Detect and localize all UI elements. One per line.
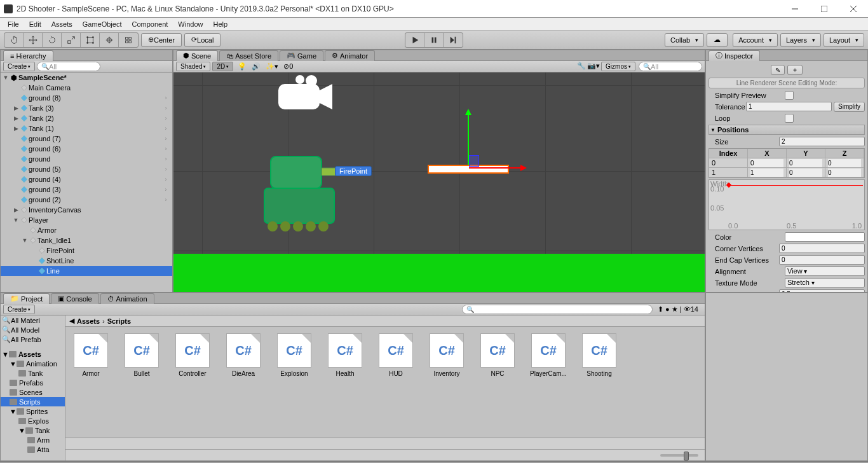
project-item[interactable]: C#HUD bbox=[377, 333, 415, 431]
menu-file[interactable]: File bbox=[8, 20, 19, 28]
endcap-vertices-input[interactable] bbox=[779, 255, 865, 265]
pos1-x[interactable] bbox=[750, 169, 783, 177]
assetstore-tab[interactable]: 🛍 Asset Store bbox=[219, 50, 278, 61]
hierarchy-item[interactable]: ShotLine bbox=[1, 256, 172, 266]
inspector-tab[interactable]: ⓘ Inspector bbox=[709, 50, 760, 61]
tool-icon[interactable]: 🔧 bbox=[577, 62, 586, 71]
menu-gameobject[interactable]: GameObject bbox=[83, 20, 122, 28]
hierarchy-item[interactable]: ground (5)› bbox=[1, 164, 172, 174]
layout-dropdown[interactable]: Layout bbox=[824, 33, 864, 47]
rotate-tool[interactable] bbox=[43, 33, 62, 47]
pos1-z[interactable] bbox=[828, 169, 861, 177]
pos0-z[interactable] bbox=[828, 159, 861, 167]
hierarchy-list[interactable]: ▼⬢SampleScene*Main Cameraground (8)›▶Tan… bbox=[1, 73, 172, 292]
project-item[interactable]: C#Controller bbox=[173, 333, 212, 431]
play-button[interactable] bbox=[405, 33, 424, 47]
project-item[interactable]: C#DieArea bbox=[224, 333, 262, 431]
selected-line-object[interactable] bbox=[428, 165, 509, 174]
tolerance-input[interactable] bbox=[746, 102, 832, 111]
cloud-button[interactable]: ☁ bbox=[707, 33, 728, 47]
project-search[interactable]: 🔍 bbox=[462, 305, 653, 314]
texture-mode-dropdown[interactable]: Stretch ▾ bbox=[785, 278, 865, 287]
hierarchy-item[interactable]: ▼Tank_Idle1 bbox=[1, 235, 172, 245]
hierarchy-item[interactable]: ground (8)› bbox=[1, 93, 172, 103]
scene-view[interactable]: FirePoint bbox=[173, 73, 705, 292]
gizmo-xy-plane[interactable] bbox=[469, 155, 479, 167]
hierarchy-item[interactable]: ▶InventoryCanvas bbox=[1, 205, 172, 215]
hierarchy-item[interactable]: Line bbox=[1, 266, 172, 276]
local-global-toggle[interactable]: ⟳ Local bbox=[184, 33, 220, 47]
hierarchy-item[interactable]: ground (3)› bbox=[1, 184, 172, 195]
hierarchy-item[interactable]: ▼Player bbox=[1, 215, 172, 225]
step-button[interactable] bbox=[444, 33, 463, 47]
simplify-preview-checkbox[interactable] bbox=[785, 91, 794, 100]
audio-icon[interactable]: 🔊 bbox=[252, 62, 261, 71]
menu-window[interactable]: Window bbox=[178, 20, 203, 28]
project-tree[interactable]: 🔍All Materi 🔍All Model 🔍All Prefab ▼Asse… bbox=[1, 315, 65, 460]
project-grid[interactable]: C#ArmorC#BulletC#ControllerC#DieAreaC#Ex… bbox=[65, 327, 705, 438]
rect-tool[interactable] bbox=[81, 33, 100, 47]
gizmo-x-axis[interactable] bbox=[469, 167, 525, 169]
project-item[interactable]: C#Health bbox=[326, 333, 364, 431]
menu-help[interactable]: Help bbox=[213, 20, 227, 28]
menu-edit[interactable]: Edit bbox=[29, 20, 41, 28]
positions-section[interactable]: Positions bbox=[709, 125, 865, 135]
hierarchy-item[interactable]: ▶Tank (2)› bbox=[1, 113, 172, 123]
project-item[interactable]: C#PlayerCam... bbox=[529, 333, 567, 431]
move-tool[interactable] bbox=[24, 33, 43, 47]
collab-dropdown[interactable]: Collab bbox=[665, 33, 704, 47]
hierarchy-item[interactable]: Main Camera bbox=[1, 83, 172, 93]
project-create-button[interactable]: Create bbox=[3, 305, 35, 314]
project-item[interactable]: C#Bullet bbox=[123, 333, 161, 431]
pos0-y[interactable] bbox=[789, 159, 822, 167]
positions-size-input[interactable] bbox=[779, 137, 865, 146]
minimize-button[interactable] bbox=[780, 0, 810, 18]
hierarchy-item[interactable]: FirePoint bbox=[1, 245, 172, 256]
shaded-dropdown[interactable]: Shaded bbox=[176, 62, 210, 71]
maximize-button[interactable] bbox=[810, 0, 839, 18]
hierarchy-item[interactable]: ▶Tank (1)› bbox=[1, 123, 172, 134]
scene-tab[interactable]: ⬢ Scene bbox=[176, 50, 218, 61]
hierarchy-item[interactable]: ground (4)› bbox=[1, 174, 172, 184]
animation-tab[interactable]: ⏱ Animation bbox=[100, 293, 154, 304]
hierarchy-item[interactable]: ground (7)› bbox=[1, 134, 172, 144]
menu-assets[interactable]: Assets bbox=[51, 20, 72, 28]
camera-icon[interactable]: 📷▾ bbox=[587, 62, 600, 71]
menu-component[interactable]: Component bbox=[132, 20, 168, 28]
project-item[interactable]: C#Shooting bbox=[580, 333, 618, 431]
custom-tool[interactable] bbox=[119, 33, 138, 47]
layers-dropdown[interactable]: Layers bbox=[780, 33, 821, 47]
edit-points-button[interactable]: ✎ bbox=[771, 65, 785, 75]
hierarchy-item[interactable]: Armor bbox=[1, 225, 172, 235]
width-curve-editor[interactable]: Width 0.10 0.05 0.0 0.5 1.0 bbox=[709, 179, 865, 230]
hand-tool[interactable] bbox=[4, 33, 24, 47]
color-field[interactable] bbox=[785, 232, 865, 242]
loop-checkbox[interactable] bbox=[785, 114, 794, 123]
project-item[interactable]: C#NPC bbox=[478, 333, 517, 431]
scale-tool[interactable] bbox=[62, 33, 81, 47]
gizmo-y-axis[interactable] bbox=[468, 111, 469, 165]
pos0-x[interactable] bbox=[750, 159, 783, 167]
hierarchy-search[interactable]: 🔍All bbox=[37, 62, 100, 71]
filter-icons[interactable]: ⬆ ● ★ | 👁14 bbox=[658, 305, 698, 314]
simplify-button[interactable]: Simplify bbox=[834, 102, 865, 112]
scene-search[interactable]: 🔍All bbox=[639, 62, 702, 71]
project-tab[interactable]: 📁 Project bbox=[3, 293, 50, 304]
hierarchy-item[interactable]: ground (2)› bbox=[1, 195, 172, 205]
transform-tool[interactable] bbox=[100, 33, 119, 47]
animator-tab[interactable]: ⚙ Animator bbox=[325, 50, 375, 61]
add-point-button[interactable]: ＋ bbox=[787, 65, 803, 75]
grid-size-slider[interactable] bbox=[660, 454, 698, 457]
pos1-y[interactable] bbox=[789, 169, 822, 177]
hierarchy-create-button[interactable]: Create bbox=[3, 62, 35, 71]
close-button[interactable] bbox=[839, 0, 868, 18]
light-icon[interactable]: 💡 bbox=[238, 62, 247, 71]
game-tab[interactable]: 🎮 Game bbox=[280, 50, 323, 61]
gizmos-dropdown[interactable]: Gizmos bbox=[601, 62, 635, 71]
pause-button[interactable] bbox=[424, 33, 444, 47]
fx-icon[interactable]: ✨▾ bbox=[266, 62, 278, 71]
2d-toggle[interactable]: 2D bbox=[212, 62, 233, 71]
hierarchy-tab[interactable]: ≡ Hierarchy bbox=[3, 50, 53, 61]
shadow-bias-input[interactable] bbox=[779, 289, 865, 292]
corner-vertices-input[interactable] bbox=[779, 244, 865, 253]
